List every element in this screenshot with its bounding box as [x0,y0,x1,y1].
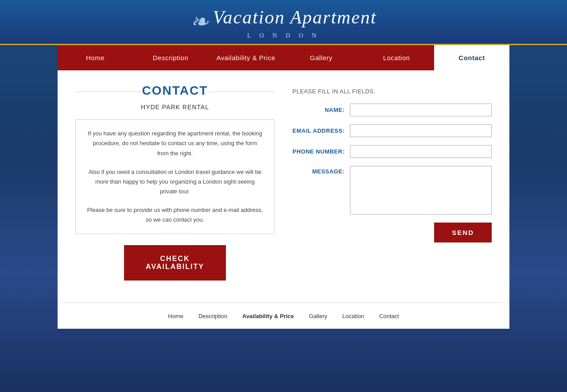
footer-nav: Home Description Availability & Price Ga… [58,303,509,329]
nav-item-availability[interactable]: Availability & Price [208,45,284,70]
check-availability-button[interactable]: CHECK AVAILABILITY [124,245,226,281]
send-button[interactable]: SEND [434,223,492,242]
info-paragraph-3: Please be sure to provide us with phone … [87,205,263,225]
message-input[interactable] [350,166,492,215]
send-row: SEND [292,223,492,242]
left-column: CONTACT HYDE PARK RENTAL If you have any… [75,84,275,281]
logo: ❧ Vacation Apartment [0,7,567,35]
email-row: EMAIL ADDRESS: [292,124,492,137]
phone-row: PHONE NUMBER: [292,145,492,158]
right-column: PLEASE FILL IN ALL FIELDS. NAME: EMAIL A… [292,84,492,281]
name-input[interactable] [350,104,492,116]
main-container: Home Description Availability & Price Ga… [58,45,509,329]
form-instruction: PLEASE FILL IN ALL FIELDS. [292,88,492,95]
footer-link-location[interactable]: Location [342,313,364,319]
phone-label: PHONE NUMBER: [292,148,350,155]
email-input[interactable] [350,124,492,137]
logo-subtitle: L O N D O N [0,32,567,39]
name-row: NAME: [292,104,492,116]
logo-title: Vacation Apartment [213,7,377,27]
nav-item-contact[interactable]: Contact [434,45,509,70]
footer-link-description[interactable]: Description [198,313,227,319]
logo-icon: ❧ [190,9,209,34]
message-row: MESSAGE: [292,166,492,215]
nav-item-home[interactable]: Home [58,45,133,70]
page-subtitle: HYDE PARK RENTAL [75,104,275,111]
name-label: NAME: [292,107,350,113]
info-paragraph-1: If you have any question regarding the a… [87,129,263,158]
nav-item-description[interactable]: Description [133,45,208,70]
footer-link-gallery[interactable]: Gallery [309,313,327,319]
footer-link-home[interactable]: Home [168,313,183,319]
page-title: CONTACT [142,84,208,98]
phone-input[interactable] [350,145,492,158]
info-box: If you have any question regarding the a… [75,119,275,234]
title-divider: CONTACT [75,84,275,100]
footer-link-contact[interactable]: Contact [379,313,399,319]
info-paragraph-2: Also if you need a consultation or Londo… [87,167,263,196]
footer-link-availability[interactable]: Availability & Price [242,313,294,319]
message-label: MESSAGE: [292,166,350,175]
main-nav: Home Description Availability & Price Ga… [58,45,509,70]
email-label: EMAIL ADDRESS: [292,127,350,134]
site-header: ❧ Vacation Apartment L O N D O N [0,0,567,45]
page-content: CONTACT HYDE PARK RENTAL If you have any… [58,70,509,303]
nav-item-location[interactable]: Location [359,45,434,70]
nav-item-gallery[interactable]: Gallery [284,45,359,70]
